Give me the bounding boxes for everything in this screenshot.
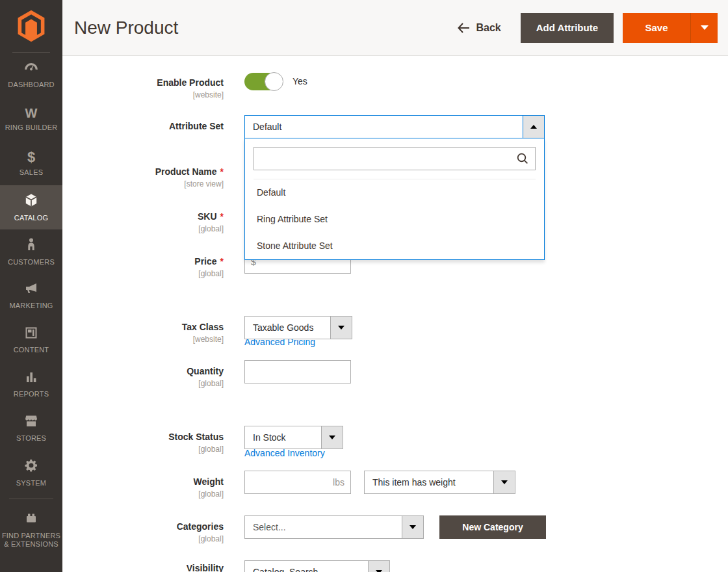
visibility-label: Visibility	[62, 563, 224, 572]
required-mark: *	[220, 166, 224, 177]
product-name-label: Product Name	[155, 166, 217, 177]
sidebar-item-label: CATALOG	[13, 214, 49, 222]
sidebar-item-ring-builder[interactable]: W RING BUILDER	[0, 97, 62, 141]
back-button[interactable]: Back	[458, 22, 500, 34]
enable-product-value: Yes	[292, 76, 307, 86]
sidebar-item-find-partners[interactable]: FIND PARTNERS & EXTENSIONS	[0, 503, 62, 555]
categories-scope: [global]	[62, 534, 224, 543]
attribute-set-label: Attribute Set	[62, 121, 224, 131]
sidebar-item-label: CONTENT	[12, 346, 51, 354]
magento-logo[interactable]	[0, 0, 62, 52]
quantity-scope: [global]	[62, 379, 224, 388]
sidebar-item-label: DASHBOARD	[6, 81, 55, 89]
attribute-set-dropdown: Default Ring Attribute Set Stone Attribu…	[244, 138, 545, 260]
sidebar-item-reports[interactable]: REPORTS	[0, 362, 62, 406]
sidebar-item-label: SALES	[18, 168, 44, 177]
weight-type-value: This item has weight	[365, 471, 493, 493]
quantity-input[interactable]	[244, 360, 351, 384]
product-name-scope: [store view]	[62, 179, 224, 188]
stock-status-scope: [global]	[62, 445, 224, 454]
gear-icon	[23, 458, 39, 476]
save-button[interactable]: Save	[623, 13, 690, 43]
sku-label: SKU	[198, 211, 217, 222]
attribute-set-select[interactable]: Default	[244, 115, 545, 138]
categories-dropdown-button[interactable]	[402, 516, 423, 538]
stock-status-value: In Stock	[245, 426, 321, 448]
enable-product-scope: [website]	[62, 90, 224, 99]
stock-status-dropdown-button[interactable]	[321, 426, 343, 448]
page-header: New Product Back Add Attribute Save	[62, 0, 728, 56]
layout-icon	[23, 326, 39, 343]
weight-scope: [global]	[62, 489, 224, 499]
tax-class-dropdown-button[interactable]	[330, 317, 352, 339]
visibility-value: Catalog, Search	[245, 561, 368, 572]
tax-class-select[interactable]: Taxable Goods	[244, 316, 352, 339]
weight-row: Weight [global] lbs This item has weight	[62, 471, 712, 494]
categories-select[interactable]: Select...	[244, 515, 424, 539]
chevron-down-icon	[329, 436, 335, 439]
price-scope: [global]	[62, 269, 224, 278]
visibility-select[interactable]: Catalog, Search	[244, 560, 390, 572]
required-mark: *	[220, 211, 224, 222]
sidebar-item-label: FIND PARTNERS & EXTENSIONS	[0, 532, 62, 549]
bar-chart-icon	[23, 370, 39, 387]
weight-input[interactable]	[244, 471, 351, 494]
sidebar-item-customers[interactable]: CUSTOMERS	[0, 229, 62, 274]
dollar-icon: $	[27, 150, 35, 165]
tax-class-value: Taxable Goods	[245, 317, 330, 339]
sidebar-item-stores[interactable]: STORES	[0, 406, 62, 450]
chevron-down-icon	[501, 480, 508, 484]
page-title: New Product	[74, 18, 178, 38]
toggle-knob	[265, 72, 283, 91]
add-attribute-button[interactable]: Add Attribute	[521, 13, 614, 43]
chevron-up-icon	[530, 125, 537, 129]
stock-status-select[interactable]: In Stock	[244, 426, 343, 449]
sidebar-item-label: REPORTS	[12, 390, 50, 398]
visibility-dropdown-button[interactable]	[368, 561, 389, 572]
attribute-set-option-ring[interactable]: Ring Attribute Set	[245, 206, 544, 233]
price-label: Price	[194, 256, 216, 266]
new-category-button[interactable]: New Category	[439, 515, 546, 539]
gauge-icon	[23, 60, 40, 77]
sidebar-item-dashboard[interactable]: DASHBOARD	[0, 53, 62, 97]
person-icon	[23, 237, 39, 255]
tax-class-label: Tax Class	[62, 322, 224, 332]
weight-type-dropdown-button[interactable]	[493, 471, 515, 493]
tax-class-scope: [website]	[62, 335, 224, 344]
attribute-set-collapse-button[interactable]	[523, 116, 544, 138]
save-options-button[interactable]	[690, 13, 718, 43]
chevron-down-icon	[701, 25, 708, 30]
sidebar-item-label: STORES	[15, 434, 47, 443]
chevron-down-icon	[410, 525, 416, 529]
attribute-set-option-default[interactable]: Default	[245, 179, 544, 206]
categories-label: Categories	[62, 521, 224, 532]
back-label: Back	[476, 22, 500, 34]
enable-product-toggle[interactable]	[244, 73, 283, 90]
weight-type-select[interactable]: This item has weight	[364, 471, 515, 494]
attribute-set-value: Default	[245, 116, 523, 138]
enable-product-label: Enable Product	[62, 77, 224, 88]
chevron-down-icon	[338, 326, 344, 330]
megaphone-icon	[23, 281, 40, 298]
quantity-label: Quantity	[62, 366, 224, 376]
magento-logo-icon	[16, 9, 46, 43]
sidebar-item-label: MARKETING	[8, 302, 54, 310]
sku-scope: [global]	[62, 224, 224, 233]
ring-builder-icon: W	[25, 106, 38, 120]
advanced-inventory-link[interactable]: Advanced Inventory	[244, 448, 325, 458]
attribute-set-option-stone[interactable]: Stone Attribute Set	[245, 233, 544, 259]
sidebar-item-content[interactable]: CONTENT	[0, 318, 62, 362]
categories-value: Select...	[245, 516, 402, 538]
sidebar-item-system[interactable]: SYSTEM	[0, 450, 62, 495]
attribute-set-search-input[interactable]	[254, 147, 536, 170]
sidebar-item-label: RING BUILDER	[4, 124, 59, 132]
weight-label: Weight	[62, 476, 224, 487]
stock-status-label: Stock Status	[62, 432, 224, 442]
sidebar-item-sales[interactable]: $ SALES	[0, 141, 62, 185]
storefront-icon	[23, 414, 40, 431]
sidebar-item-label: SYSTEM	[15, 479, 47, 488]
box-icon	[23, 192, 40, 211]
required-mark: *	[220, 256, 224, 266]
sidebar-item-marketing[interactable]: MARKETING	[0, 274, 62, 318]
sidebar-item-catalog[interactable]: CATALOG	[0, 185, 62, 229]
